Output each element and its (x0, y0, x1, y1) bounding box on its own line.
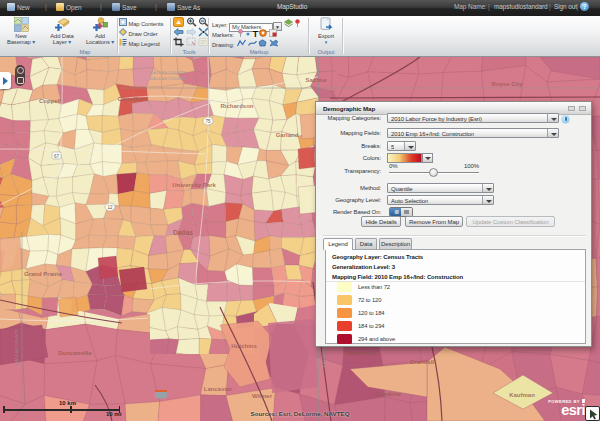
svg-text:Dallas: Dallas (173, 229, 193, 236)
svg-text:Richardson: Richardson (220, 103, 253, 109)
svg-text:Kaufman: Kaufman (509, 392, 535, 398)
svg-text:DALLAS COUNTY: DALLAS COUNTY (14, 329, 19, 365)
svg-text:Combine: Combine (375, 391, 401, 397)
svg-text:Duncanville: Duncanville (58, 350, 92, 356)
svg-text:75: 75 (205, 119, 211, 124)
svg-text:University Park: University Park (172, 182, 216, 188)
svg-text:DALLAS COUNTY: DALLAS COUNTY (150, 70, 186, 75)
svg-text:67: 67 (54, 154, 60, 159)
svg-text:Royse City: Royse City (491, 81, 523, 87)
svg-text:Grand Prairie: Grand Prairie (24, 271, 63, 277)
svg-text:Carrollton: Carrollton (118, 96, 147, 102)
svg-text:KAUFMAN: KAUFMAN (321, 346, 326, 367)
svg-text:Wilmer: Wilmer (252, 393, 273, 399)
svg-text:DALLAS COUNTY: DALLAS COUNTY (150, 76, 186, 81)
svg-text:Garland: Garland (276, 132, 299, 138)
svg-text:Coppell: Coppell (39, 98, 61, 104)
svg-text:Seagoville: Seagoville (346, 350, 376, 356)
svg-text:12: 12 (107, 205, 113, 210)
svg-text:Hutchins: Hutchins (231, 343, 257, 349)
svg-text:Lancaster: Lancaster (204, 386, 233, 392)
svg-text:Crandall: Crandall (410, 359, 434, 365)
svg-text:Sachse: Sachse (305, 77, 327, 83)
